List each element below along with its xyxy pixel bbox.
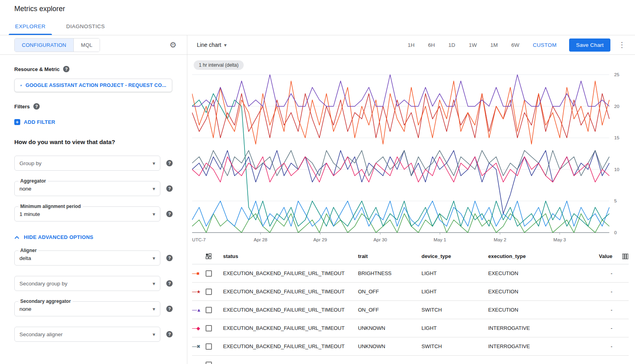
- bar-chart-icon: [20, 83, 22, 88]
- row-checkbox[interactable]: [206, 343, 212, 350]
- group-by-select[interactable]: Group by: [14, 156, 160, 171]
- time-range-6h[interactable]: 6H: [428, 42, 435, 48]
- time-range-1m[interactable]: 1M: [490, 42, 498, 48]
- cell-status: EXECUTION_BACKEND_FAILURE_URL_TIMEOUT: [223, 289, 358, 295]
- resource-metric-chip[interactable]: GOOGLE ASSISTANT ACTION PROJECT - REQUES…: [14, 79, 172, 92]
- series-marker-icon: —✖: [192, 344, 206, 349]
- aggregator-select[interactable]: Aggregator none: [14, 181, 160, 196]
- time-range-custom[interactable]: CUSTOM: [533, 42, 556, 48]
- cell-status: EXECUTION_BACKEND_FAILURE_URL_TIMEOUT: [223, 325, 358, 331]
- filters-label: Filters: [14, 104, 30, 110]
- secondary-group-by-select[interactable]: Secondary group by: [14, 276, 160, 291]
- svg-text:5: 5: [614, 198, 616, 203]
- series-marker-icon: —■: [192, 271, 206, 276]
- row-checkbox[interactable]: [206, 270, 212, 277]
- row-checkbox[interactable]: [206, 289, 212, 295]
- mql-toggle[interactable]: MQL: [73, 39, 100, 52]
- secondary-aggregator-label: Secondary aggregator: [18, 299, 73, 304]
- svg-text:UTC-7: UTC-7: [192, 237, 206, 242]
- time-range-1d[interactable]: 1D: [448, 42, 455, 48]
- svg-text:15: 15: [614, 135, 619, 140]
- help-icon[interactable]: [33, 103, 40, 110]
- cell-status: EXECUTION_BACKEND_FAILURE_URL_TIMEOUT: [223, 307, 358, 313]
- secondary-aligner-select[interactable]: Secondary aligner: [14, 327, 160, 342]
- help-icon[interactable]: [166, 306, 173, 312]
- resource-metric-section: Resource & Metric: [14, 66, 173, 72]
- cell-device-type: LIGHT: [421, 289, 488, 295]
- aligner-select[interactable]: Aligner delta: [14, 250, 160, 266]
- svg-text:Apr 28: Apr 28: [254, 237, 267, 242]
- row-checkbox[interactable]: [206, 307, 212, 313]
- add-filter-button[interactable]: ADD FILTER: [14, 119, 173, 125]
- help-icon[interactable]: [166, 211, 173, 217]
- min-alignment-label: Minimum alignment period: [18, 204, 83, 209]
- cell-trait: ON_OFF: [358, 289, 421, 295]
- tab-diagnostics[interactable]: DIAGNOSTICS: [56, 18, 115, 35]
- min-alignment-select[interactable]: Minimum alignment period 1 minute: [14, 206, 160, 221]
- group-by-placeholder: Group by: [19, 160, 152, 166]
- kebab-menu-icon[interactable]: [618, 41, 625, 48]
- configuration-sidebar: CONFIGURATION MQL Resource & Metric: [0, 35, 187, 364]
- aligner-row: Aligner delta: [14, 250, 173, 266]
- page-title: Metrics explorer: [14, 5, 65, 13]
- add-box-icon: [14, 119, 20, 125]
- min-alignment-value: 1 minute: [19, 211, 152, 217]
- chevron-down-icon: [152, 331, 155, 337]
- table-row: —▲EXECUTION_BACKEND_FAILURE_URL_TIMEOUTO…: [192, 301, 629, 319]
- svg-text:May 3: May 3: [553, 237, 566, 242]
- cell-execution-type: INTERROGATIVE: [488, 343, 581, 349]
- time-range-group: 1H6H1D1W1M6WCUSTOM: [408, 42, 556, 48]
- secondary-aggregator-select[interactable]: Secondary aggregator none: [14, 301, 160, 316]
- tab-explorer[interactable]: EXPLORER: [5, 18, 56, 35]
- cell-trait: BRIGHTNESS: [358, 270, 421, 276]
- aligner-value: delta: [19, 255, 152, 261]
- aggregator-row: Aggregator none: [14, 181, 173, 196]
- chevron-down-icon: [152, 281, 155, 287]
- cell-device-type: LIGHT: [421, 270, 488, 276]
- settings-gear-icon[interactable]: [169, 41, 177, 49]
- chevron-down-icon: [152, 255, 155, 261]
- aligner-label: Aligner: [18, 248, 38, 253]
- row-checkbox[interactable]: [206, 325, 212, 331]
- cell-trait: UNKNOWN: [358, 325, 421, 331]
- configuration-toggle[interactable]: CONFIGURATION: [15, 39, 73, 52]
- chevron-down-icon: [152, 211, 155, 217]
- cell-value: -: [581, 343, 612, 349]
- help-icon[interactable]: [166, 185, 173, 192]
- column-settings-icon[interactable]: [622, 254, 628, 259]
- top-bar: Metrics explorer: [0, 0, 635, 18]
- save-chart-button[interactable]: Save Chart: [569, 39, 610, 52]
- help-icon[interactable]: [166, 280, 173, 287]
- chart-type-select[interactable]: Line chart: [197, 42, 227, 48]
- cell-trait: ON_OFF: [358, 307, 421, 313]
- legend-toggle-icon[interactable]: [206, 253, 223, 259]
- mql-toggle-label: MQL: [81, 42, 92, 48]
- mode-toggle: CONFIGURATION MQL: [14, 38, 100, 52]
- svg-text:Apr 30: Apr 30: [373, 237, 387, 242]
- chart-type-label: Line chart: [197, 42, 221, 48]
- time-range-1w[interactable]: 1W: [469, 42, 477, 48]
- hide-advanced-options-toggle[interactable]: HIDE ADVANCED OPTIONS: [14, 234, 173, 240]
- time-range-6w[interactable]: 6W: [511, 42, 519, 48]
- cell-device-type: SWITCH: [421, 343, 488, 349]
- table-row: [192, 356, 629, 364]
- secondary-group-by-placeholder: Secondary group by: [19, 281, 152, 287]
- sidebar-header: CONFIGURATION MQL: [0, 35, 187, 55]
- hide-advanced-options-label: HIDE ADVANCED OPTIONS: [24, 234, 93, 240]
- secondary-group-by-row: Secondary group by: [14, 276, 173, 291]
- header-device-type: device_type: [421, 253, 488, 259]
- series-marker-icon: —▲: [192, 307, 206, 313]
- chevron-down-icon: [152, 186, 155, 192]
- view-data-heading: How do you want to view that data?: [14, 139, 173, 145]
- table-row: —■EXECUTION_BACKEND_FAILURE_URL_TIMEOUTB…: [192, 264, 629, 283]
- cell-device-type: LIGHT: [421, 325, 488, 331]
- help-icon[interactable]: [166, 255, 173, 261]
- help-icon[interactable]: [166, 160, 173, 166]
- configuration-toggle-label: CONFIGURATION: [22, 42, 66, 48]
- row-checkbox[interactable]: [206, 362, 212, 364]
- tab-diagnostics-label: DIAGNOSTICS: [66, 23, 105, 29]
- time-range-1h[interactable]: 1H: [408, 42, 414, 48]
- help-icon[interactable]: [166, 331, 173, 337]
- help-icon[interactable]: [63, 66, 69, 72]
- series-table: status trait device_type execution_type …: [187, 248, 635, 364]
